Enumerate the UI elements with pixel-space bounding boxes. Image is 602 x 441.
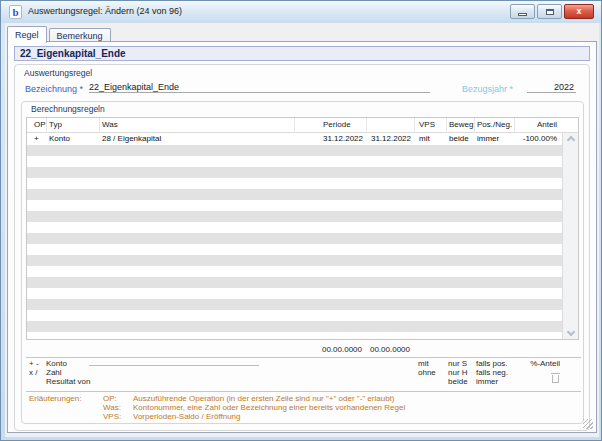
- col-was: Was: [100, 118, 295, 133]
- table-row-empty[interactable]: [27, 277, 562, 288]
- group-berechnungsregeln: Berechnungsregeln OP Typ Was Periode VPS…: [21, 101, 584, 424]
- cell-periode-von: 31.12.2022: [295, 133, 367, 145]
- cell-vps: mit: [415, 133, 447, 145]
- legend-was-1-label: Konto: [46, 359, 67, 368]
- bezeichnung-input[interactable]: 22_Eigenkapital_Ende: [89, 82, 430, 93]
- table-row-empty[interactable]: [27, 299, 562, 310]
- resize-grip[interactable]: [583, 419, 593, 429]
- periode-bis-field[interactable]: 00.00.0000: [366, 344, 414, 356]
- legend-op-1: + -: [26, 359, 46, 368]
- column-legend: + - Konto mit nur S falls pos. %-Anteil …: [26, 359, 579, 386]
- legend-op-3: [26, 377, 46, 386]
- note-row-1: Erläuterungen: OP: Auszuführende Operati…: [26, 394, 579, 403]
- group-auswertungsregel: Auswertungsregel Bezeichnung * 22_Eigenk…: [14, 64, 590, 431]
- table-row-empty[interactable]: [27, 255, 562, 266]
- legend-anteil-1: %-Anteil: [516, 359, 562, 368]
- table-row-empty[interactable]: [27, 288, 562, 299]
- close-button[interactable]: x: [564, 4, 594, 19]
- table-empty-rows: [27, 145, 578, 340]
- cell-periode-bis: 31.12.2022: [367, 133, 415, 145]
- col-periode-bis: [367, 118, 415, 133]
- dialog-window: b Auswertungsregel: Ändern (24 von 96) x…: [0, 0, 602, 441]
- table-row-empty[interactable]: [27, 200, 562, 211]
- legend-posneg-3: immer: [476, 377, 516, 386]
- table-row-empty[interactable]: [27, 244, 562, 255]
- rule-name-header: 22_Eigenkapital_Ende: [14, 46, 590, 61]
- table-row-empty[interactable]: [27, 211, 562, 222]
- close-icon: x: [576, 6, 581, 16]
- table-row-empty[interactable]: [27, 156, 562, 167]
- cell-was: 28 / Eigenkapital: [100, 133, 295, 145]
- legend-was-1: Konto: [46, 359, 418, 368]
- col-posneg: Pos./Neg.: [475, 118, 515, 133]
- titlebar[interactable]: b Auswertungsregel: Ändern (24 von 96) x: [1, 1, 601, 23]
- scroll-down-icon[interactable]: [567, 328, 575, 336]
- legend-row-2: x / Zahl ohne nur H falls neg.: [26, 368, 579, 377]
- separator-bottom: [26, 391, 581, 392]
- table-row-empty[interactable]: [27, 189, 562, 200]
- legend-beweg-1: nur S: [448, 359, 476, 368]
- note-term-op: OP:: [103, 394, 133, 403]
- app-icon: b: [9, 5, 22, 19]
- legend-posneg-1: falls pos.: [476, 359, 516, 368]
- note-text-op: Auszuführende Operation (in der ersten Z…: [133, 394, 395, 403]
- table-row-empty[interactable]: [27, 233, 562, 244]
- table-row-empty[interactable]: [27, 145, 562, 156]
- table-row-empty[interactable]: [27, 222, 562, 233]
- cell-typ: Konto: [47, 133, 100, 145]
- delete-icon[interactable]: [552, 375, 559, 383]
- note-term-vps: VPS:: [103, 412, 133, 421]
- legend-vps-1: mit: [418, 359, 448, 368]
- table-scrollbar[interactable]: [562, 133, 578, 339]
- legend-op-2: x /: [26, 368, 46, 377]
- legend-was-3-label: Resultat von: [46, 377, 90, 386]
- cell-beweg: beide: [447, 133, 475, 145]
- maximize-button[interactable]: [537, 4, 562, 19]
- tab-regel[interactable]: Regel: [7, 26, 47, 43]
- rules-table: OP Typ Was Periode VPS Beweg. Pos./Neg. …: [26, 117, 579, 340]
- table-body: + Konto 28 / Eigenkapital 31.12.2022 31.…: [27, 133, 578, 340]
- separator-top: [26, 357, 581, 358]
- scroll-up-icon[interactable]: [566, 136, 574, 144]
- periode-von-field[interactable]: 00.00.0000: [294, 344, 366, 356]
- col-op: OP: [27, 118, 47, 133]
- col-anteil: Anteil: [515, 118, 562, 133]
- table-header-row: OP Typ Was Periode VPS Beweg. Pos./Neg. …: [27, 118, 578, 133]
- table-row-empty[interactable]: [27, 266, 562, 277]
- table-row-empty[interactable]: [27, 310, 562, 321]
- bezeichnung-label: Bezeichnung *: [25, 84, 83, 94]
- minimize-icon: [518, 13, 527, 16]
- group-berechnungsregeln-label: Berechnungsregeln: [31, 104, 105, 114]
- tab-page-regel: 22_Eigenkapital_Ende Auswertungsregel Be…: [7, 41, 597, 433]
- legend-row-1: + - Konto mit nur S falls pos. %-Anteil: [26, 359, 579, 368]
- legend-vps-2: ohne: [418, 368, 448, 377]
- legend-was-3: Resultat von: [46, 377, 418, 386]
- minimize-button[interactable]: [510, 4, 535, 19]
- cell-anteil: -100.00%: [515, 133, 562, 145]
- note-row-3: VPS: Vorperioden-Saldo / Eröffnung: [26, 412, 579, 421]
- table-row-empty[interactable]: [27, 321, 562, 332]
- legend-was-2-label: Zahl: [46, 368, 62, 377]
- group-auswertungsregel-label: Auswertungsregel: [24, 68, 92, 78]
- col-typ: Typ: [47, 118, 100, 133]
- bezugsjahr-input[interactable]: 2022: [527, 82, 576, 93]
- table-row-empty[interactable]: [27, 332, 562, 340]
- totals-row: 00.00.0000 00.00.0000: [26, 344, 579, 356]
- cell-op: +: [27, 133, 47, 145]
- client-area: Regel Bemerkung 22_Eigenkapital_Ende Aus…: [5, 23, 599, 437]
- window-title: Auswertungsregel: Ändern (24 von 96): [28, 6, 182, 16]
- legend-vps-3: [418, 377, 448, 386]
- legend-was-2: Zahl: [46, 368, 418, 377]
- col-vps: VPS: [415, 118, 447, 133]
- was-input-underline[interactable]: [89, 359, 259, 366]
- notes-section: Erläuterungen: OP: Auszuführende Operati…: [26, 394, 579, 421]
- maximize-icon: [546, 9, 554, 15]
- note-row-2: Was: Kontonummer, eine Zahl oder Bezeich…: [26, 403, 579, 412]
- legend-beweg-2: nur H: [448, 368, 476, 377]
- note-term-was: Was:: [103, 403, 133, 412]
- legend-row-3: Resultat von beide immer: [26, 377, 579, 386]
- table-row-empty[interactable]: [27, 178, 562, 189]
- table-row[interactable]: + Konto 28 / Eigenkapital 31.12.2022 31.…: [27, 133, 562, 145]
- cell-posneg: immer: [475, 133, 515, 145]
- table-row-empty[interactable]: [27, 167, 562, 178]
